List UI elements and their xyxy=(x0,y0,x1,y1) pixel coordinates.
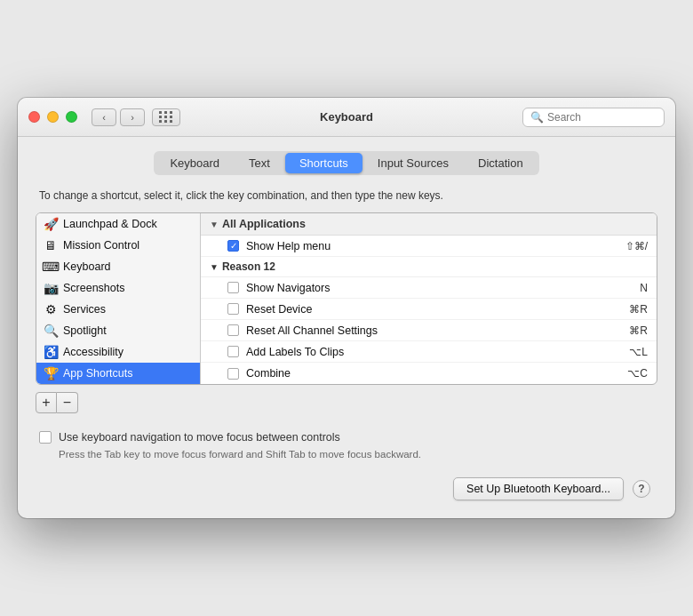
zoom-button[interactable] xyxy=(66,111,77,123)
checkbox-add-labels[interactable] xyxy=(227,346,239,357)
back-button[interactable]: ‹ xyxy=(92,108,116,126)
shortcut-label-combine: Combine xyxy=(246,367,627,380)
minimize-button[interactable] xyxy=(47,111,59,123)
sidebar-item-accessibility[interactable]: ♿ Accessibility xyxy=(36,341,200,363)
shortcut-key-reset-all: ⌘R xyxy=(629,324,648,337)
sidebar: 🚀 Launchpad & Dock 🖥 Mission Control ⌨ K… xyxy=(36,213,201,384)
shortcut-label-reset-device: Reset Device xyxy=(246,303,629,316)
shortcut-row-show-help[interactable]: ✓ Show Help menu ⇧⌘/ xyxy=(201,236,657,257)
tab-keyboard[interactable]: Keyboard xyxy=(155,153,234,173)
search-icon: 🔍 xyxy=(530,111,544,124)
sidebar-item-screenshots[interactable]: 📷 Screenshots xyxy=(36,277,200,299)
group-label-all-apps: All Applications xyxy=(222,218,306,230)
tab-input-sources[interactable]: Input Sources xyxy=(363,153,463,173)
checkbox-combine[interactable] xyxy=(227,368,239,380)
sidebar-label-launchpad: Launchpad & Dock xyxy=(63,218,157,230)
shortcut-row-show-navigators[interactable]: Show Navigators N xyxy=(201,277,657,299)
content-area: Keyboard Text Shortcuts Input Sources Di… xyxy=(18,137,675,518)
group-header-all-apps[interactable]: ▼ All Applications xyxy=(201,213,657,236)
keyboard-nav-label: Use keyboard navigation to move focus be… xyxy=(59,431,340,444)
shortcut-key-reset-device: ⌘R xyxy=(629,303,648,316)
window-title: Keyboard xyxy=(320,110,373,124)
sidebar-item-spotlight[interactable]: 🔍 Spotlight xyxy=(36,320,200,341)
keyboard-icon: ⌨ xyxy=(44,260,58,274)
mission-control-icon: 🖥 xyxy=(44,238,58,252)
sidebar-item-services[interactable]: ⚙ Services xyxy=(36,299,200,320)
shortcut-row-combine[interactable]: Combine ⌥C xyxy=(201,363,657,384)
keyboard-nav-checkbox[interactable] xyxy=(39,431,52,444)
keyboard-preferences-window: ‹ › Keyboard 🔍 Keyboard Text Shortcuts I… xyxy=(18,98,675,518)
sidebar-label-screenshots: Screenshots xyxy=(63,282,124,294)
app-shortcuts-icon: 🏆 xyxy=(44,366,58,380)
close-button[interactable] xyxy=(28,111,40,123)
footer: Set Up Bluetooth Keyboard... ? xyxy=(39,477,654,500)
shortcut-row-reset-all[interactable]: Reset All Channel Settings ⌘R xyxy=(201,320,657,341)
tab-dictation[interactable]: Dictation xyxy=(464,153,538,173)
shortcut-row-reset-device[interactable]: Reset Device ⌘R xyxy=(201,299,657,320)
add-remove-bar: + − xyxy=(36,392,657,413)
triangle-reason12: ▼ xyxy=(210,262,219,272)
spotlight-icon: 🔍 xyxy=(44,324,58,338)
search-input[interactable] xyxy=(547,111,657,124)
tab-shortcuts[interactable]: Shortcuts xyxy=(285,153,362,173)
launchpad-icon: 🚀 xyxy=(44,217,58,231)
shortcut-key-show-help: ⇧⌘/ xyxy=(625,240,648,252)
tab-bar: Keyboard Text Shortcuts Input Sources Di… xyxy=(36,151,657,175)
grid-button[interactable] xyxy=(152,108,180,126)
sidebar-label-keyboard: Keyboard xyxy=(63,260,111,273)
group-header-reason12[interactable]: ▼ Reason 12 xyxy=(201,257,657,277)
search-box[interactable]: 🔍 xyxy=(522,108,665,127)
sidebar-item-app-shortcuts[interactable]: 🏆 App Shortcuts xyxy=(36,363,200,384)
sidebar-item-launchpad[interactable]: 🚀 Launchpad & Dock xyxy=(36,213,200,235)
sidebar-label-mission-control: Mission Control xyxy=(63,239,139,252)
tabs-container: Keyboard Text Shortcuts Input Sources Di… xyxy=(154,151,538,175)
shortcut-row-add-labels[interactable]: Add Labels To Clips ⌥L xyxy=(201,341,657,363)
remove-shortcut-button[interactable]: − xyxy=(57,392,78,413)
shortcut-label-reset-all: Reset All Channel Settings xyxy=(246,324,629,337)
checkbox-show-navigators[interactable] xyxy=(227,282,239,293)
checkbox-show-help[interactable]: ✓ xyxy=(227,240,239,252)
shortcut-label-show-navigators: Show Navigators xyxy=(246,282,640,294)
tab-text[interactable]: Text xyxy=(235,153,284,173)
sidebar-item-keyboard[interactable]: ⌨ Keyboard xyxy=(36,256,200,277)
shortcut-label-add-labels: Add Labels To Clips xyxy=(246,346,629,358)
checkbox-reset-all[interactable] xyxy=(227,324,239,336)
sidebar-label-spotlight: Spotlight xyxy=(63,324,107,337)
titlebar: ‹ › Keyboard 🔍 xyxy=(18,98,675,137)
services-icon: ⚙ xyxy=(44,302,58,316)
bottom-section: Use keyboard navigation to move focus be… xyxy=(36,431,657,500)
checkbox-reset-device[interactable] xyxy=(227,303,239,315)
triangle-all-apps: ▼ xyxy=(210,220,219,229)
shortcut-key-show-navigators: N xyxy=(640,282,648,294)
shortcut-key-combine: ⌥C xyxy=(627,367,648,380)
keyboard-nav-hint: Press the Tab key to move focus forward … xyxy=(39,449,654,460)
grid-icon xyxy=(159,111,173,123)
shortcuts-panel: ▼ All Applications ✓ Show Help menu ⇧⌘/ … xyxy=(201,213,657,384)
sidebar-label-app-shortcuts: App Shortcuts xyxy=(63,367,133,380)
bluetooth-keyboard-button[interactable]: Set Up Bluetooth Keyboard... xyxy=(453,477,624,500)
accessibility-icon: ♿ xyxy=(44,345,58,359)
shortcut-key-add-labels: ⌥L xyxy=(629,346,648,358)
forward-button[interactable]: › xyxy=(120,108,145,126)
screenshots-icon: 📷 xyxy=(44,281,58,295)
traffic-lights xyxy=(28,111,77,123)
shortcut-label-show-help: Show Help menu xyxy=(246,240,625,252)
keyboard-nav-row: Use keyboard navigation to move focus be… xyxy=(39,431,654,444)
help-button[interactable]: ? xyxy=(633,480,650,498)
nav-buttons: ‹ › xyxy=(92,108,145,126)
group-label-reason12: Reason 12 xyxy=(222,260,275,273)
sidebar-item-mission-control[interactable]: 🖥 Mission Control xyxy=(36,235,200,256)
description-text: To change a shortcut, select it, click t… xyxy=(36,189,657,202)
sidebar-label-services: Services xyxy=(63,303,106,316)
sidebar-label-accessibility: Accessibility xyxy=(63,346,123,358)
main-area: 🚀 Launchpad & Dock 🖥 Mission Control ⌨ K… xyxy=(36,212,657,385)
add-shortcut-button[interactable]: + xyxy=(36,392,57,413)
